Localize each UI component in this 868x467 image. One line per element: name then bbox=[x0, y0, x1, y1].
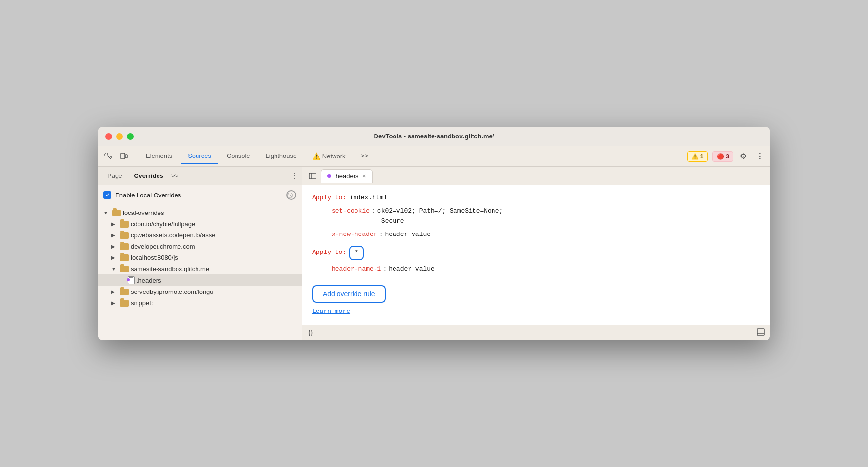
tab-lighthouse[interactable]: Lighthouse bbox=[259, 148, 304, 164]
tab-file-dot bbox=[327, 174, 331, 178]
close-button[interactable] bbox=[105, 133, 112, 140]
minimize-button[interactable] bbox=[116, 133, 123, 140]
tree-item-devchrome[interactable]: ▶ developer.chrome.com bbox=[98, 241, 302, 252]
window-title: DevTools - samesite-sandbox.glitch.me/ bbox=[374, 133, 494, 140]
header-name-block: header-name-1 : header value bbox=[312, 264, 761, 274]
maximize-button[interactable] bbox=[127, 133, 134, 140]
tab-network[interactable]: ⚠️ Network bbox=[305, 148, 352, 165]
tab-elements[interactable]: Elements bbox=[139, 148, 179, 164]
tree-arrow-collapsed: ▶ bbox=[111, 255, 118, 260]
tree-item-headers[interactable]: ▶ .headers bbox=[98, 274, 302, 286]
tree-label-servedby: servedby.ipromote.com/longu bbox=[131, 288, 214, 295]
tree-label-cdpn: cdpn.io/chybie/fullpage bbox=[131, 220, 195, 228]
x-new-header-key: x-new-header bbox=[332, 230, 377, 240]
tree-label-snippet: snippet: bbox=[131, 299, 153, 307]
sidebar-menu-icon[interactable]: ⋮ bbox=[290, 171, 298, 180]
wildcard-box-wrapper: * bbox=[349, 246, 364, 260]
tab-console[interactable]: Console bbox=[220, 148, 257, 164]
svg-rect-5 bbox=[757, 329, 764, 335]
header-name-value: header value bbox=[389, 264, 434, 274]
tab-more[interactable]: >> bbox=[355, 148, 375, 164]
dock-icon[interactable] bbox=[757, 328, 765, 337]
file-tree: ▼ local-overrides ▶ cdpn.io/chybie/fullp… bbox=[98, 205, 302, 340]
device-toolbar-icon[interactable] bbox=[117, 150, 131, 163]
sidebar-tab-page[interactable]: Page bbox=[101, 169, 128, 182]
editor-panel: .headers ✕ Apply to: index.html set-cook… bbox=[302, 167, 770, 340]
warning-badge[interactable]: ⚠️ 1 bbox=[687, 151, 708, 162]
window-controls bbox=[105, 133, 134, 140]
x-new-header-block: x-new-header : header value bbox=[312, 230, 761, 240]
tree-arrow-expanded: ▼ bbox=[103, 210, 110, 215]
sidebar: Page Overrides >> ⋮ Enable Local Overrid… bbox=[98, 167, 302, 340]
tree-item-local-overrides[interactable]: ▼ local-overrides bbox=[98, 207, 302, 218]
editor-tab-label: .headers bbox=[334, 173, 359, 180]
error-badge[interactable]: 🔴 3 bbox=[712, 151, 733, 162]
devtools-window: DevTools - samesite-sandbox.glitch.me/ E… bbox=[98, 127, 770, 340]
apply-value-1: index.html bbox=[349, 193, 387, 203]
file-icon bbox=[128, 276, 135, 284]
header-name-colon: : bbox=[383, 264, 387, 274]
toolbar-right-actions: ⚠️ 1 🔴 3 ⚙ ⋮ bbox=[685, 150, 767, 163]
editor-tabs: .headers ✕ bbox=[302, 167, 770, 185]
file-dot bbox=[127, 278, 130, 281]
add-override-section: Add override rule bbox=[312, 280, 761, 307]
sidebar-tabs: Page Overrides >> ⋮ bbox=[98, 167, 302, 185]
svg-rect-3 bbox=[309, 173, 316, 179]
enable-overrides-header: Enable Local Overrides ⃠ bbox=[98, 185, 302, 205]
error-count: 3 bbox=[726, 153, 729, 160]
warning-icon: ⚠️ bbox=[312, 152, 320, 160]
tree-arrow-expanded: ▼ bbox=[111, 266, 118, 272]
tree-label-local-overrides: local-overrides bbox=[123, 209, 164, 216]
error-icon-badge: 🔴 bbox=[717, 153, 724, 160]
folder-icon bbox=[120, 254, 129, 261]
set-cookie-values: ck02=vl02; Path=/; SameSite=None; Secure bbox=[377, 206, 503, 227]
titlebar: DevTools - samesite-sandbox.glitch.me/ bbox=[98, 127, 770, 146]
folder-icon bbox=[120, 289, 129, 295]
tree-arrow-collapsed: ▶ bbox=[111, 289, 118, 294]
tree-label-localhost: localhost:8080/js bbox=[131, 254, 178, 261]
apply-to-block1: Apply to: index.html bbox=[312, 193, 761, 203]
tree-item-cdpn[interactable]: ▶ cdpn.io/chybie/fullpage bbox=[98, 218, 302, 230]
apply-label-1: Apply to: bbox=[312, 193, 346, 203]
tree-item-servedby[interactable]: ▶ servedby.ipromote.com/longu bbox=[98, 286, 302, 297]
inspect-element-icon[interactable] bbox=[101, 150, 115, 163]
tree-label-devchrome: developer.chrome.com bbox=[131, 243, 195, 250]
tab-sources[interactable]: Sources bbox=[181, 148, 218, 164]
no-icon-button[interactable]: ⃠ bbox=[286, 190, 296, 200]
wildcard-box[interactable]: * bbox=[349, 246, 364, 260]
main-toolbar: Elements Sources Console Lighthouse ⚠️ N… bbox=[98, 146, 770, 167]
sidebar-tab-overrides[interactable]: Overrides bbox=[128, 169, 169, 182]
main-content: Page Overrides >> ⋮ Enable Local Overrid… bbox=[98, 167, 770, 340]
tree-item-samesite[interactable]: ▼ samesite-sandbox.glitch.me bbox=[98, 263, 302, 274]
tree-arrow-collapsed: ▶ bbox=[111, 244, 118, 249]
tree-item-cpweb[interactable]: ▶ cpwebassets.codepen.io/asse bbox=[98, 230, 302, 241]
tree-item-snippet[interactable]: ▶ snippet: bbox=[98, 297, 302, 309]
settings-icon[interactable]: ⚙ bbox=[736, 150, 750, 163]
folder-icon bbox=[120, 243, 129, 250]
tree-item-localhost[interactable]: ▶ localhost:8080/js bbox=[98, 252, 302, 263]
apply-label-2: Apply to: bbox=[312, 248, 346, 258]
tab-close-icon[interactable]: ✕ bbox=[362, 173, 366, 179]
set-cookie-block: set-cookie : ck02=vl02; Path=/; SameSite… bbox=[312, 206, 761, 227]
pretty-print-icon[interactable]: {} bbox=[308, 329, 313, 336]
folder-icon bbox=[120, 266, 129, 272]
tree-label-cpweb: cpwebassets.codepen.io/asse bbox=[131, 232, 215, 239]
more-options-icon[interactable]: ⋮ bbox=[753, 150, 767, 163]
toolbar-divider bbox=[135, 152, 135, 161]
header-name-key: header-name-1 bbox=[332, 264, 381, 274]
close-sidebar-icon[interactable] bbox=[306, 170, 319, 182]
editor-tab-headers[interactable]: .headers ✕ bbox=[321, 169, 373, 183]
tree-arrow-collapsed: ▶ bbox=[111, 221, 118, 227]
svg-rect-2 bbox=[125, 155, 127, 158]
add-override-rule-button[interactable]: Add override rule bbox=[312, 285, 386, 303]
enable-overrides-checkbox[interactable] bbox=[103, 191, 111, 199]
warning-count: 1 bbox=[700, 153, 704, 160]
set-cookie-value2: Secure bbox=[377, 216, 503, 227]
set-cookie-colon: : bbox=[372, 206, 375, 216]
set-cookie-value1: ck02=vl02; Path=/; SameSite=None; bbox=[377, 206, 503, 216]
folder-icon bbox=[112, 210, 121, 216]
x-new-header-value: header value bbox=[385, 230, 431, 240]
tree-label-samesite: samesite-sandbox.glitch.me bbox=[131, 265, 209, 272]
sidebar-more-tabs[interactable]: >> bbox=[171, 172, 178, 179]
learn-more-link[interactable]: Learn more bbox=[312, 308, 350, 315]
